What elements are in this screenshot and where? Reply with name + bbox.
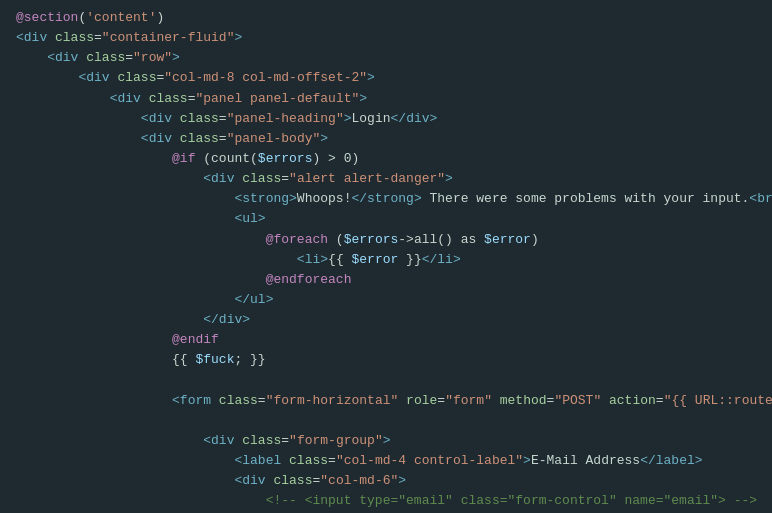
line-6: <div class="panel-heading">Login</div> (16, 109, 772, 129)
line-2: <div class="container-fluid"> (16, 28, 772, 48)
line-18: {{ $fuck; }} (16, 350, 772, 370)
line-7: <div class="panel-body"> (16, 129, 772, 149)
line-10: <strong>Whoops!</strong> There were some… (16, 189, 772, 209)
line-15: </ul> (16, 290, 772, 310)
line-23: <label class="col-md-4 control-label">E-… (16, 451, 772, 471)
line-9: <div class="alert alert-danger"> (16, 169, 772, 189)
line-1: @section('content') (16, 8, 772, 28)
line-17: @endif (16, 330, 772, 350)
line-3: <div class="row"> (16, 48, 772, 68)
code-editor: @section('content')<div class="container… (0, 0, 772, 513)
line-20: <form class="form-horizontal" role="form… (16, 391, 772, 411)
line-12: @foreach ($errors->all() as $error) (16, 230, 772, 250)
line-21 (16, 411, 772, 431)
line-14: @endforeach (16, 270, 772, 290)
line-11: <ul> (16, 209, 772, 229)
line-16: </div> (16, 310, 772, 330)
line-8: @if (count($errors) > 0) (16, 149, 772, 169)
line-5: <div class="panel panel-default"> (16, 89, 772, 109)
line-4: <div class="col-md-8 col-md-offset-2"> (16, 68, 772, 88)
line-22: <div class="form-group"> (16, 431, 772, 451)
line-25: <!-- <input type="email" class="form-con… (16, 491, 772, 511)
line-19 (16, 371, 772, 391)
line-13: <li>{{ $error }}</li> (16, 250, 772, 270)
line-24: <div class="col-md-6"> (16, 471, 772, 491)
